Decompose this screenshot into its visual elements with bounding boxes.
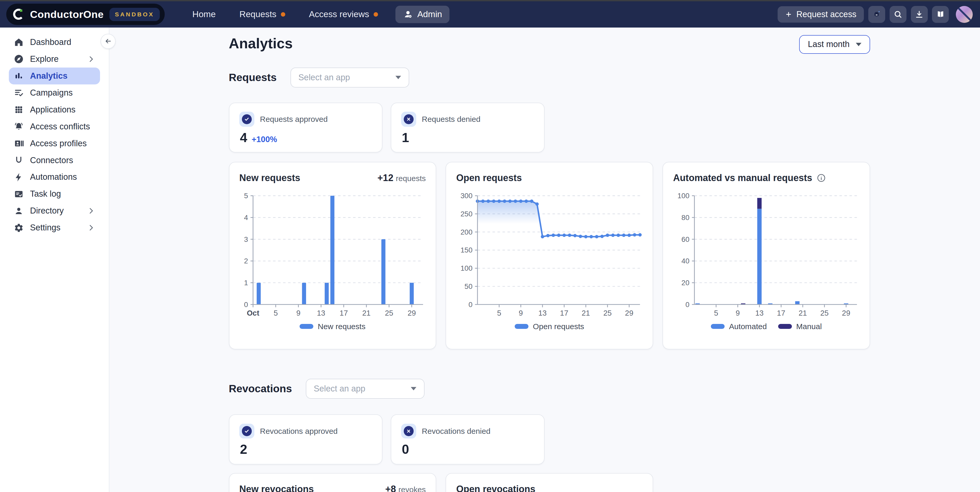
chart-legend: AutomatedManual: [673, 322, 860, 331]
svg-text:29: 29: [625, 309, 633, 317]
brand-name: ConductorOne: [30, 9, 103, 20]
sidebar-collapse-button[interactable]: [100, 34, 116, 49]
chart-delta: +8revokes: [385, 484, 426, 492]
chart-legend: New requests: [239, 322, 426, 331]
requests-app-select[interactable]: Select an app: [291, 67, 409, 88]
revocations-stats-row: Revocations approved2Revocations denied0: [229, 414, 870, 464]
download-icon: [915, 10, 924, 19]
svg-text:13: 13: [755, 309, 764, 317]
notification-dot: [281, 12, 285, 17]
stat-card-requests-approved: Requests approved4+100%: [229, 103, 383, 153]
legend-swatch: [711, 324, 725, 329]
denied-x-icon: [401, 112, 416, 127]
svg-text:Oct: Oct: [247, 309, 259, 317]
legend-item-new-requests: New requests: [299, 322, 366, 331]
sidebar-item-label: Campaigns: [30, 88, 95, 98]
sidebar-item-dashboard[interactable]: Dashboard: [9, 34, 100, 51]
approved-check-icon: [239, 424, 255, 439]
primary-nav: HomeRequestsAccess reviews: [192, 10, 378, 19]
bell-icon: [14, 121, 24, 131]
requests-section-header: Requests Select an app: [229, 67, 870, 88]
nav-item-home[interactable]: Home: [192, 10, 216, 19]
book-icon: [936, 10, 945, 19]
svg-text:1: 1: [244, 279, 248, 287]
sandbox-badge: SANDBOX: [110, 8, 160, 21]
svg-text:29: 29: [842, 309, 850, 317]
sidebar-item-campaigns[interactable]: Campaigns: [9, 84, 100, 101]
sidebar-item-automations[interactable]: Automations: [9, 169, 100, 186]
chart-card-open-requests: Open requests050100150200250300591317212…: [445, 162, 653, 349]
ai-assistant-button[interactable]: [868, 6, 885, 23]
revocations-app-select[interactable]: Select an app: [306, 379, 425, 399]
stat-value: 1: [402, 131, 409, 145]
search-button[interactable]: [889, 6, 907, 23]
person-icon: [14, 206, 24, 216]
svg-text:150: 150: [460, 246, 473, 254]
period-select[interactable]: Last month: [799, 35, 870, 54]
admin-icon: [403, 10, 413, 19]
content: Analytics Last month Requests Select an …: [229, 27, 870, 492]
sidebar-item-label: Explore: [30, 54, 81, 64]
sidebar-item-applications[interactable]: Applications: [9, 101, 100, 118]
conductorone-logo-icon: [13, 8, 24, 20]
bar-chart-icon: [14, 71, 24, 81]
notification-dot: [374, 12, 378, 17]
legend-swatch: [778, 324, 792, 329]
sidebar-item-label: Dashboard: [30, 37, 95, 47]
sidebar-item-task-log[interactable]: Task log: [9, 185, 100, 202]
svg-text:5: 5: [274, 309, 278, 317]
sidebar-item-directory[interactable]: Directory: [9, 202, 100, 219]
sidebar-item-connectors[interactable]: Connectors: [9, 152, 100, 169]
compass-icon: [14, 54, 24, 64]
stat-card-requests-denied: Requests denied1: [391, 103, 544, 153]
sidebar-item-analytics[interactable]: Analytics: [9, 67, 100, 84]
svg-text:29: 29: [408, 309, 416, 317]
sidebar-item-label: Connectors: [30, 156, 95, 165]
admin-button[interactable]: Admin: [395, 6, 449, 23]
chart-plot: 012345Oct591317212529: [239, 186, 427, 321]
revocations-heading: Revocations: [229, 383, 292, 395]
user-avatar[interactable]: [956, 6, 973, 23]
docs-button[interactable]: [932, 6, 949, 23]
sidebar-item-settings[interactable]: Settings: [9, 219, 100, 236]
brand[interactable]: ConductorOne SANDBOX: [6, 4, 165, 25]
task-log-icon: [14, 189, 24, 199]
stat-value: 0: [402, 443, 409, 456]
svg-text:9: 9: [296, 309, 300, 317]
svg-text:4: 4: [244, 213, 248, 221]
request-access-button[interactable]: Request access: [778, 6, 864, 22]
sidebar-item-label: Access profiles: [30, 139, 95, 148]
chevron-right-icon: [87, 55, 95, 63]
nav-item-requests[interactable]: Requests: [240, 10, 285, 19]
svg-text:50: 50: [465, 282, 473, 290]
sidebar-item-access-profiles[interactable]: Access profiles: [9, 135, 100, 152]
info-icon[interactable]: [816, 173, 826, 183]
connector-icon: [14, 155, 24, 165]
stat-card-revocations-denied: Revocations denied0: [391, 414, 544, 464]
svg-text:40: 40: [681, 257, 689, 265]
select-placeholder: Select an app: [314, 384, 366, 393]
gear-icon: [14, 223, 24, 233]
svg-text:9: 9: [519, 309, 523, 317]
svg-text:9: 9: [735, 309, 740, 317]
app-screen: ConductorOne SANDBOX HomeRequestsAccess …: [0, 0, 980, 492]
svg-text:13: 13: [538, 309, 547, 317]
stat-value: 2: [240, 443, 247, 456]
chart-card-automated-vs-manual: Automated vs manual requests020406080100…: [662, 162, 870, 349]
request-access-label: Request access: [796, 10, 856, 19]
stat-label: Revocations approved: [260, 427, 337, 436]
sidebar-item-explore[interactable]: Explore: [9, 51, 100, 67]
legend-item-manual: Manual: [778, 322, 822, 331]
svg-text:20: 20: [681, 279, 689, 287]
select-placeholder: Select an app: [298, 73, 350, 82]
stat-label: Revocations denied: [422, 427, 490, 436]
svg-text:5: 5: [497, 309, 501, 317]
home-icon: [14, 37, 24, 47]
nav-item-access-reviews[interactable]: Access reviews: [309, 10, 378, 19]
sidebar-item-access-conflicts[interactable]: Access conflicts: [9, 118, 100, 135]
chart-title: Open requests: [456, 172, 522, 183]
svg-text:17: 17: [340, 309, 348, 317]
chart-card-new-revocations: New revocations+8revokes: [229, 473, 436, 492]
download-button[interactable]: [911, 6, 928, 23]
denied-x-icon: [401, 424, 416, 439]
